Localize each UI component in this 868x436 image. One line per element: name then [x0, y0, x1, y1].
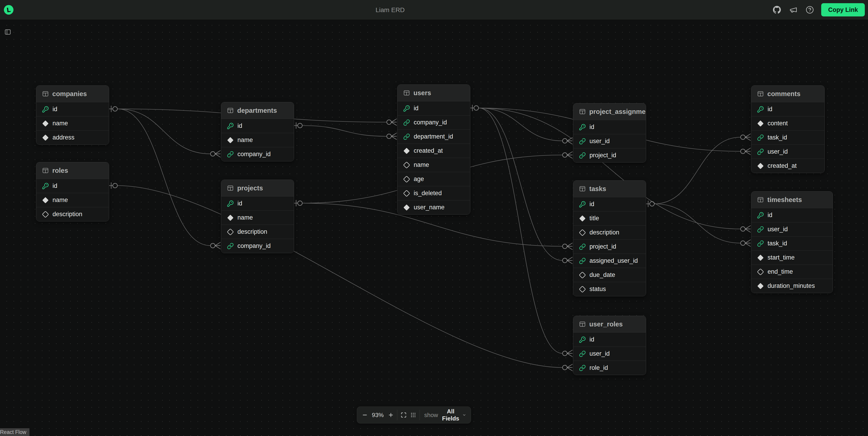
table-node-project_assignments[interactable]: project_assignme...iduser_idproject_id [573, 103, 646, 162]
field-row-comments-task_id[interactable]: task_id [751, 130, 825, 145]
field-row-companies-address[interactable]: address [36, 130, 109, 145]
copy-link-button[interactable]: Copy Link [821, 3, 865, 17]
field-row-users-company_id[interactable]: company_id [398, 115, 470, 129]
field-row-project_assignments-id[interactable]: id [573, 120, 646, 134]
field-row-roles-description[interactable]: description [36, 207, 109, 221]
field-name: start_time [768, 254, 795, 261]
fit-view-button[interactable] [400, 410, 407, 420]
table-node-companies[interactable]: companiesidnameaddress [36, 85, 109, 145]
field-row-users-department_id[interactable]: department_id [398, 129, 470, 144]
field-name: name [53, 120, 68, 127]
field-row-tasks-status[interactable]: status [573, 282, 646, 296]
table-node-users[interactable]: usersidcompany_iddepartment_idcreated_at… [397, 85, 470, 215]
table-node-comments[interactable]: commentsidcontenttask_iduser_idcreated_a… [751, 85, 825, 173]
link-icon [757, 148, 764, 155]
table-node-user_roles[interactable]: user_rolesiduser_idrole_id [573, 316, 646, 375]
show-mode-select[interactable]: All Fields [441, 408, 466, 422]
github-button[interactable] [772, 5, 782, 15]
table-node-timesheets[interactable]: timesheetsiduser_idtask_idstart_timeend_… [751, 191, 833, 293]
link-icon [403, 133, 410, 140]
field-row-comments-created_at[interactable]: created_at [751, 159, 825, 173]
field-row-project_assignments-user_id[interactable]: user_id [573, 134, 646, 148]
link-icon [579, 257, 586, 264]
table-header-project_assignments[interactable]: project_assignme... [573, 103, 646, 120]
field-row-timesheets-duration_minutes[interactable]: duration_minutes [751, 279, 833, 293]
field-name: description [238, 228, 267, 235]
field-row-comments-content[interactable]: content [751, 116, 825, 130]
toolbar-divider [397, 410, 397, 420]
table-header-users[interactable]: users [398, 85, 470, 101]
zoom-out-button[interactable] [362, 410, 368, 420]
field-row-users-created_at[interactable]: created_at [398, 144, 470, 158]
feedback-button[interactable] [788, 5, 798, 15]
field-row-users-is_deleted[interactable]: is_deleted [398, 186, 470, 200]
field-row-users-age[interactable]: age [398, 172, 470, 186]
diamond-outline-icon [403, 162, 410, 168]
field-row-companies-name[interactable]: name [36, 116, 109, 130]
field-row-timesheets-user_id[interactable]: user_id [751, 222, 833, 236]
field-row-projects-description[interactable]: description [221, 225, 294, 239]
field-row-departments-name[interactable]: name [221, 133, 294, 147]
field-row-tasks-due_date[interactable]: due_date [573, 268, 646, 282]
tidy-up-button[interactable] [410, 410, 416, 420]
field-row-timesheets-start_time[interactable]: start_time [751, 250, 833, 264]
table-header-departments[interactable]: departments [221, 102, 294, 119]
plus-icon [388, 412, 394, 418]
field-row-roles-id[interactable]: id [36, 179, 109, 193]
field-name: created_at [768, 162, 797, 169]
table-node-projects[interactable]: projectsidnamedescriptioncompany_id [221, 180, 294, 253]
field-row-comments-user_id[interactable]: user_id [751, 145, 825, 159]
zoom-in-button[interactable] [388, 410, 394, 420]
field-row-timesheets-task_id[interactable]: task_id [751, 236, 833, 250]
key-icon [42, 106, 49, 113]
field-row-users-user_name[interactable]: user_name [398, 200, 470, 214]
erd-canvas[interactable]: companiesidnameaddressrolesidnamedescrip… [0, 0, 868, 436]
field-row-project_assignments-project_id[interactable]: project_id [573, 148, 646, 162]
table-title: tasks [589, 185, 606, 193]
table-header-timesheets[interactable]: timesheets [751, 191, 833, 208]
show-label: show [424, 412, 438, 419]
key-icon [579, 124, 586, 131]
field-row-comments-id[interactable]: id [751, 102, 825, 116]
help-button[interactable] [805, 5, 815, 15]
field-name: name [238, 136, 253, 144]
field-row-user_roles-id[interactable]: id [573, 332, 646, 346]
field-row-tasks-project_id[interactable]: project_id [573, 240, 646, 254]
field-row-companies-id[interactable]: id [36, 102, 109, 116]
field-row-departments-company_id[interactable]: company_id [221, 147, 294, 161]
field-row-users-name[interactable]: name [398, 158, 470, 172]
table-header-user_roles[interactable]: user_roles [573, 316, 646, 332]
sidebar-toggle-button[interactable] [3, 27, 13, 37]
table-header-roles[interactable]: roles [36, 162, 109, 179]
field-row-roles-name[interactable]: name [36, 193, 109, 207]
field-row-tasks-description[interactable]: description [573, 225, 646, 240]
field-row-user_roles-user_id[interactable]: user_id [573, 346, 646, 361]
field-row-departments-id[interactable]: id [221, 119, 294, 133]
table-node-tasks[interactable]: tasksidtitledescriptionproject_idassigne… [573, 180, 646, 296]
field-row-projects-name[interactable]: name [221, 211, 294, 225]
react-flow-attribution[interactable]: React Flow [0, 428, 29, 436]
field-row-users-id[interactable]: id [398, 101, 470, 115]
table-header-projects[interactable]: projects [221, 180, 294, 196]
diamond-filled-icon [227, 214, 234, 221]
table-icon [757, 196, 764, 203]
field-row-tasks-title[interactable]: title [573, 211, 646, 225]
field-row-user_roles-role_id[interactable]: role_id [573, 361, 646, 375]
key-icon [227, 200, 234, 207]
table-header-companies[interactable]: companies [36, 86, 109, 102]
liam-logo[interactable]: L [4, 5, 13, 14]
link-icon [227, 243, 234, 249]
table-node-roles[interactable]: rolesidnamedescription [36, 162, 109, 221]
field-row-projects-id[interactable]: id [221, 196, 294, 211]
field-row-tasks-assigned_user_id[interactable]: assigned_user_id [573, 254, 646, 268]
diamond-filled-icon [403, 148, 410, 154]
field-row-timesheets-end_time[interactable]: end_time [751, 264, 833, 279]
field-row-projects-company_id[interactable]: company_id [221, 239, 294, 253]
field-row-timesheets-id[interactable]: id [751, 208, 833, 222]
diamond-outline-icon [403, 176, 410, 183]
table-header-comments[interactable]: comments [751, 86, 825, 102]
table-header-tasks[interactable]: tasks [573, 181, 646, 197]
field-row-tasks-id[interactable]: id [573, 197, 646, 211]
table-node-departments[interactable]: departmentsidnamecompany_id [221, 102, 294, 161]
diamond-filled-icon [757, 120, 764, 127]
